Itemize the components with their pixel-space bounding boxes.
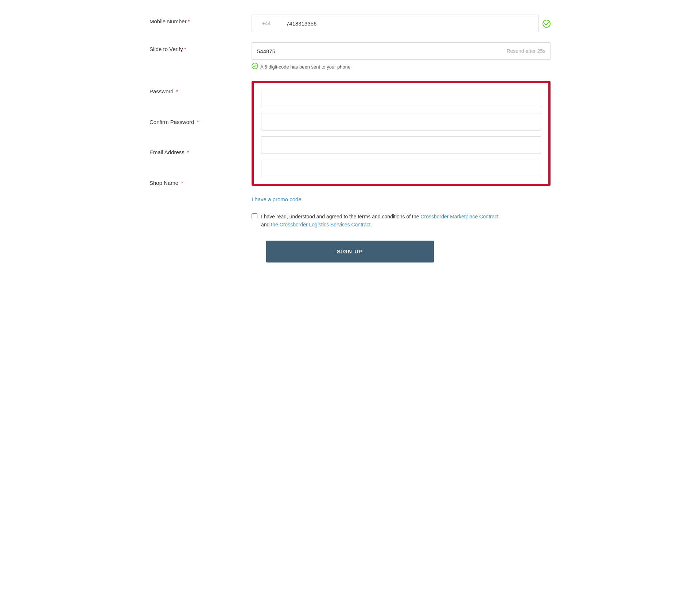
hint-check-icon	[252, 63, 258, 71]
logistics-contract-link[interactable]: the Crossborder Logistics Services Contr…	[271, 222, 370, 228]
verify-code-input[interactable]	[252, 42, 551, 60]
mobile-input-wrapper: +44	[252, 15, 539, 32]
mobile-verified-icon	[542, 15, 551, 28]
slide-verify-label: Slide to Verify*	[149, 42, 252, 52]
required-indicator: *	[175, 88, 178, 94]
terms-text-before: I have read, understood and agreed to th…	[261, 214, 420, 219]
mobile-number-row: Mobile Number* +44	[149, 15, 551, 32]
country-code-display: +44	[252, 15, 281, 32]
verification-hint: A 6 digit-code has been sent to your pho…	[252, 63, 551, 71]
terms-text-mid: and	[261, 222, 271, 228]
password-input[interactable]	[261, 90, 541, 107]
svg-point-1	[252, 63, 258, 69]
hint-text: A 6 digit-code has been sent to your pho…	[260, 64, 350, 70]
shop-name-input[interactable]	[261, 160, 541, 177]
shop-name-label: Shop Name *	[149, 176, 252, 186]
required-indicator: *	[195, 119, 199, 125]
password-label: Password *	[149, 85, 252, 94]
mobile-input-group: +44	[252, 15, 551, 32]
slide-verify-row: Slide to Verify* Resend after 25s A 6 di…	[149, 42, 551, 71]
email-input[interactable]	[261, 136, 541, 154]
mobile-number-label: Mobile Number*	[149, 15, 252, 24]
required-indicator: *	[186, 149, 189, 155]
confirm-password-label: Confirm Password *	[149, 115, 252, 125]
registration-form: Mobile Number* +44 Slide to Verify* Rese…	[149, 15, 551, 270]
promo-code-link[interactable]: I have a promo code	[252, 196, 302, 202]
required-indicator: *	[188, 18, 190, 24]
confirm-password-input[interactable]	[261, 113, 541, 131]
required-indicator: *	[179, 180, 183, 186]
terms-text: I have read, understood and agreed to th…	[261, 213, 498, 229]
mobile-number-input[interactable]	[281, 15, 539, 32]
signup-button[interactable]: SIGN UP	[266, 241, 434, 262]
highlighted-fields-box	[252, 81, 551, 186]
signup-row: SIGN UP	[149, 241, 551, 262]
terms-period: .	[370, 222, 372, 228]
email-label: Email Address *	[149, 145, 252, 155]
terms-row: I have read, understood and agreed to th…	[149, 213, 551, 229]
terms-checkbox[interactable]	[252, 213, 257, 219]
marketplace-contract-link[interactable]: Crossborder Marketplace Contract	[420, 214, 498, 219]
svg-point-0	[543, 20, 550, 27]
promo-code-row: I have a promo code	[149, 196, 551, 213]
verify-input-wrapper: Resend after 25s A 6 digit-code has been…	[252, 42, 551, 71]
highlighted-fields-row: Password * Confirm Password * Email Addr…	[149, 81, 551, 186]
required-indicator: *	[184, 46, 186, 52]
